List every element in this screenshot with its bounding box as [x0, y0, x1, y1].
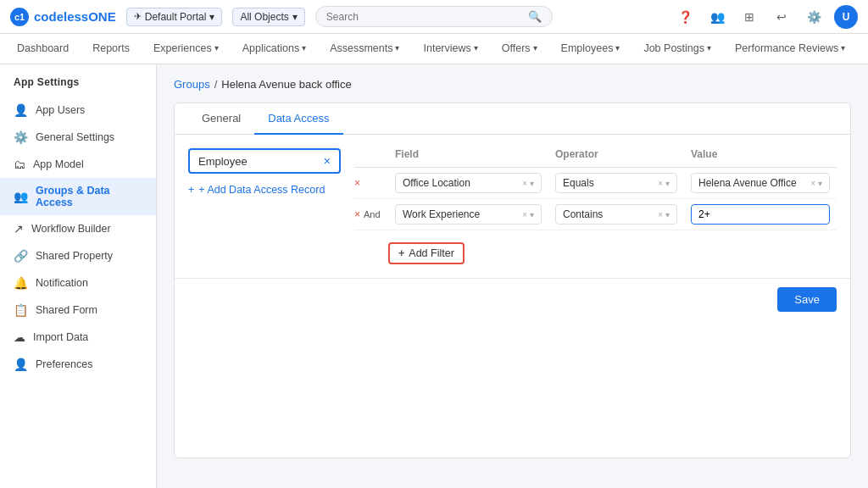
record-employee[interactable]: Employee ×	[188, 148, 341, 174]
topbar-icons: ❓ 👥 ⊞ ↩ ⚙️ U	[673, 5, 858, 29]
row2-field-chevron[interactable]: ▾	[530, 210, 534, 219]
sidebar-item-general-settings[interactable]: ⚙️ General Settings	[0, 124, 156, 151]
sidebar-item-app-model[interactable]: 🗂 App Model	[0, 151, 156, 178]
grid-icon[interactable]: ⊞	[737, 5, 761, 29]
row1-value-text: Helena Avenue Office	[698, 177, 807, 189]
portal-label: Default Portal	[145, 11, 207, 23]
row1-value-controls: × ▾	[810, 179, 822, 188]
sidebar-item-preferences[interactable]: 👤 Preferences	[0, 351, 156, 378]
row1-operator-chevron[interactable]: ▾	[665, 179, 670, 188]
nav-dashboard[interactable]: Dashboard	[14, 34, 72, 64]
row2-and-label: And	[364, 209, 381, 219]
header-value: Value	[684, 148, 837, 160]
row1-operator-clear[interactable]: ×	[658, 179, 663, 188]
row1-operator-value: Equals	[563, 177, 654, 189]
sidebar-item-workflow-builder[interactable]: ↗ Workflow Builder	[0, 215, 156, 242]
sidebar-label-groups-data-access: Groups & Data Access	[36, 185, 142, 208]
avatar[interactable]: U	[834, 5, 858, 29]
nav-interviews[interactable]: Interviews ▾	[420, 34, 481, 64]
breadcrumb-parent[interactable]: Groups	[174, 78, 210, 91]
sidebar-item-app-users[interactable]: 👤 App Users	[0, 97, 156, 124]
add-record-label: + Add Data Access Record	[198, 184, 325, 196]
sidebar-item-import-data[interactable]: ☁ Import Data	[0, 324, 156, 351]
add-record-button[interactable]: + + Add Data Access Record	[188, 180, 341, 199]
filter-row-2: × And Work Experience × ▾ Contains	[354, 199, 837, 230]
row2-field-select[interactable]: Work Experience × ▾	[395, 204, 542, 225]
row2-action: × And	[354, 208, 388, 220]
row1-field-controls: × ▾	[522, 179, 534, 188]
portal-chevron: ▾	[209, 11, 214, 23]
row1-field-clear[interactable]: ×	[522, 179, 527, 188]
sidebar: App Settings 👤 App Users ⚙️ General Sett…	[0, 64, 157, 488]
sidebar-label-general-settings: General Settings	[36, 131, 114, 143]
record-employee-close[interactable]: ×	[324, 154, 331, 168]
sidebar-item-notification[interactable]: 🔔 Notification	[0, 269, 156, 297]
row2-operator-select[interactable]: Contains × ▾	[555, 204, 677, 225]
sidebar-item-shared-property[interactable]: 🔗 Shared Property	[0, 242, 156, 269]
row2-value-input[interactable]	[691, 204, 830, 225]
row1-field-select[interactable]: Office Location × ▾	[395, 173, 542, 193]
general-settings-icon: ⚙️	[14, 130, 28, 144]
nav-employees[interactable]: Employees ▾	[558, 34, 624, 64]
nav-reports[interactable]: Reports	[89, 34, 133, 64]
sidebar-label-shared-property: Shared Property	[36, 250, 113, 262]
nav-job-postings[interactable]: Job Postings ▾	[640, 34, 715, 64]
help-icon[interactable]: ❓	[673, 5, 697, 29]
workflow-builder-icon: ↗	[14, 222, 24, 236]
users-icon[interactable]: 👥	[705, 5, 729, 29]
row2-field-value: Work Experience	[403, 208, 519, 220]
sidebar-title: App Settings	[0, 76, 156, 97]
add-filter-button[interactable]: + Add Filter	[388, 242, 465, 264]
sidebar-label-app-users: App Users	[36, 104, 85, 116]
row1-operator-controls: × ▾	[658, 179, 670, 188]
history-icon[interactable]: ↩	[770, 5, 793, 29]
logo-text: codelessONE	[34, 9, 116, 24]
save-button[interactable]: Save	[777, 287, 837, 312]
sidebar-item-groups-data-access[interactable]: 👥 Groups & Data Access	[0, 178, 156, 215]
breadcrumb-separator: /	[214, 78, 218, 91]
nav-performance-reviews[interactable]: Performance Reviews ▾	[732, 34, 849, 64]
row1-remove-button[interactable]: ×	[354, 177, 360, 189]
notification-icon: 🔔	[14, 276, 28, 290]
all-objects-chevron: ▾	[292, 11, 298, 23]
logo: c1 codelessONE	[10, 8, 116, 26]
row2-operator-clear[interactable]: ×	[658, 210, 663, 219]
data-access-content: Employee × + + Add Data Access Record Fi…	[175, 135, 850, 278]
tab-data-access[interactable]: Data Access	[254, 103, 342, 135]
shared-form-icon: 📋	[14, 303, 28, 317]
add-record-plus: +	[188, 184, 194, 196]
search-input[interactable]	[326, 11, 528, 23]
header-field: Field	[388, 148, 548, 160]
row1-action: ×	[354, 177, 388, 189]
row1-operator-select[interactable]: Equals × ▾	[555, 173, 677, 193]
all-objects-button[interactable]: All Objects ▾	[232, 8, 304, 26]
sidebar-label-notification: Notification	[36, 277, 88, 289]
content-card: General Data Access Employee × + + Add D…	[174, 103, 851, 458]
import-data-icon: ☁	[14, 330, 25, 344]
row2-field-clear[interactable]: ×	[522, 210, 527, 219]
row1-value-clear[interactable]: ×	[810, 179, 815, 188]
nav-offers[interactable]: Offers ▾	[498, 34, 541, 64]
row1-field-value: Office Location	[403, 177, 519, 189]
row2-remove-button[interactable]: ×	[354, 208, 360, 220]
row2-operator-chevron[interactable]: ▾	[665, 210, 670, 219]
portal-button[interactable]: ✈ Default Portal ▾	[126, 8, 223, 26]
preferences-icon: 👤	[14, 358, 28, 371]
row1-value-chevron[interactable]: ▾	[818, 179, 822, 188]
left-panel: Employee × + + Add Data Access Record	[188, 148, 341, 264]
sidebar-label-preferences: Preferences	[36, 358, 92, 370]
main-content: Groups / Helena Avenue back office Gener…	[157, 64, 868, 488]
save-bar: Save	[175, 278, 850, 320]
nav-assessments[interactable]: Assessments ▾	[326, 34, 403, 64]
nav-applications[interactable]: Applications ▾	[239, 34, 309, 64]
secondary-nav: Dashboard Reports Experiences ▾ Applicat…	[0, 34, 868, 64]
search-bar[interactable]: 🔍	[315, 6, 553, 27]
row1-value-select[interactable]: Helena Avenue Office × ▾	[691, 173, 830, 193]
sidebar-label-app-model: App Model	[33, 158, 84, 170]
search-icon: 🔍	[528, 10, 542, 23]
tab-general[interactable]: General	[188, 103, 254, 135]
nav-experiences[interactable]: Experiences ▾	[150, 34, 222, 64]
settings-icon[interactable]: ⚙️	[802, 5, 826, 29]
sidebar-item-shared-form[interactable]: 📋 Shared Form	[0, 297, 156, 324]
row1-field-chevron[interactable]: ▾	[530, 179, 534, 188]
